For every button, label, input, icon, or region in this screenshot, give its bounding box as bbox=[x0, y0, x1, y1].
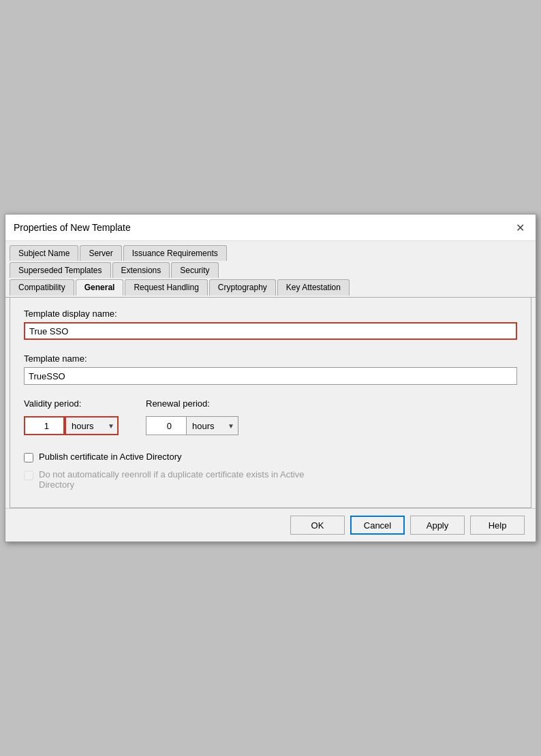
tab-row-3: Compatibility General Request Handling C… bbox=[10, 279, 531, 296]
tab-content: Template display name: Template name: Va… bbox=[10, 298, 531, 508]
template-name-label: Template name: bbox=[24, 353, 517, 364]
period-row: Validity period: hours days weeks months… bbox=[24, 398, 517, 435]
apply-button[interactable]: Apply bbox=[410, 516, 465, 535]
validity-period-controls: hours days weeks months years ▼ bbox=[24, 416, 119, 435]
tab-cryptography[interactable]: Cryptography bbox=[209, 279, 276, 296]
template-display-name-label: Template display name: bbox=[24, 309, 517, 319]
title-bar: Properties of New Template ✕ bbox=[5, 215, 536, 241]
help-button[interactable]: Help bbox=[470, 516, 525, 535]
tab-issuance-requirements[interactable]: Issuance Requirements bbox=[123, 245, 227, 261]
template-display-name-input[interactable] bbox=[24, 322, 517, 340]
publish-cert-checkbox[interactable] bbox=[24, 453, 33, 462]
validity-period-label: Validity period: bbox=[24, 398, 119, 409]
renewal-period-select[interactable]: hours days weeks months years bbox=[187, 416, 238, 435]
no-reenroll-checkbox bbox=[24, 471, 33, 480]
validity-period-select-wrap: hours days weeks months years ▼ bbox=[65, 416, 119, 435]
tab-superseded-templates[interactable]: Superseded Templates bbox=[10, 262, 111, 278]
template-display-name-group: Template display name: bbox=[24, 309, 517, 340]
tab-request-handling[interactable]: Request Handling bbox=[125, 279, 207, 296]
button-bar: OK Cancel Apply Help bbox=[5, 508, 536, 541]
tab-key-attestation[interactable]: Key Attestation bbox=[277, 279, 350, 296]
tab-compatibility[interactable]: Compatibility bbox=[10, 279, 74, 296]
renewal-period-select-wrap: hours days weeks months years ▼ bbox=[187, 416, 238, 435]
properties-dialog: Properties of New Template ✕ Subject Nam… bbox=[5, 214, 536, 542]
renewal-period-input[interactable] bbox=[146, 416, 187, 435]
template-name-group: Template name: bbox=[24, 353, 517, 385]
renewal-period-label: Renewal period: bbox=[146, 398, 238, 409]
tab-subject-name[interactable]: Subject Name bbox=[10, 245, 78, 261]
validity-period-select[interactable]: hours days weeks months years bbox=[65, 416, 119, 435]
renewal-period-controls: hours days weeks months years ▼ bbox=[146, 416, 238, 435]
tab-extensions[interactable]: Extensions bbox=[112, 262, 170, 278]
tab-container: Subject Name Server Issuance Requirement… bbox=[5, 241, 536, 298]
template-name-input[interactable] bbox=[24, 367, 517, 385]
validity-period-input[interactable] bbox=[24, 416, 65, 435]
no-reenroll-label: Do not automatically reenroll if a dupli… bbox=[39, 469, 325, 490]
validity-period-group: Validity period: hours days weeks months… bbox=[24, 398, 119, 435]
tab-security[interactable]: Security bbox=[171, 262, 218, 278]
publish-cert-label[interactable]: Publish certificate in Active Directory bbox=[39, 452, 182, 462]
close-button[interactable]: ✕ bbox=[512, 220, 527, 235]
no-reenroll-row: Do not automatically reenroll if a dupli… bbox=[24, 469, 517, 490]
publish-cert-row: Publish certificate in Active Directory bbox=[24, 452, 517, 462]
ok-button[interactable]: OK bbox=[290, 516, 345, 535]
tab-server[interactable]: Server bbox=[80, 245, 121, 261]
tab-row-1: Subject Name Server Issuance Requirement… bbox=[10, 245, 531, 261]
tab-general[interactable]: General bbox=[76, 279, 124, 296]
renewal-period-group: Renewal period: hours days weeks months … bbox=[146, 398, 238, 435]
dialog-title: Properties of New Template bbox=[14, 222, 131, 233]
cancel-button[interactable]: Cancel bbox=[350, 516, 405, 535]
tab-row-2: Superseded Templates Extensions Security bbox=[10, 262, 531, 278]
